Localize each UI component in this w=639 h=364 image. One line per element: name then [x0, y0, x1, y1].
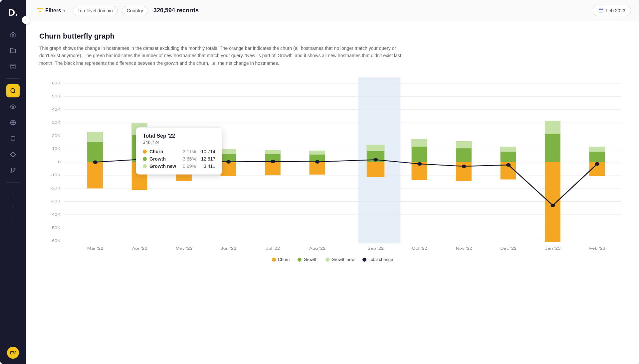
legend-growthnew: Growth new — [325, 257, 354, 262]
svg-text:-60K: -60K — [50, 239, 61, 243]
legend-churn-label: Churn — [278, 257, 290, 262]
date-picker-button[interactable]: Feb 2023 — [593, 5, 631, 16]
bar-jul-churn — [265, 162, 281, 176]
bar-mar-churn — [87, 162, 103, 188]
sidebar-group-3-expand[interactable]: › — [6, 215, 20, 225]
svg-text:20K: 20K — [52, 134, 61, 138]
svg-text:10K: 10K — [52, 147, 61, 151]
tooltip-row-growthnew: Growth new 0.99% 3,411 — [143, 164, 215, 169]
user-avatar[interactable]: EV — [7, 347, 19, 359]
filters-button[interactable]: Filters ▾ — [34, 5, 69, 16]
sidebar-item-database[interactable] — [6, 60, 20, 73]
svg-text:Dec '22: Dec '22 — [500, 246, 517, 251]
calendar-icon — [598, 7, 604, 14]
sidebar-item-globe[interactable] — [6, 116, 20, 129]
legend-churn-dot — [272, 258, 276, 262]
svg-text:-40K: -40K — [50, 212, 61, 217]
x-axis: Mar '22 Apr '22 May '22 Jun '22 Jul '22 … — [87, 246, 605, 251]
chart-svg-wrapper: 60K 50K 40K 30K 20K — [39, 77, 626, 250]
legend-growth-label: Growth — [304, 257, 318, 262]
sidebar-item-search[interactable] — [6, 84, 20, 97]
svg-text:Feb '23: Feb '23 — [589, 246, 605, 251]
svg-point-8 — [11, 171, 12, 173]
svg-rect-12 — [599, 8, 603, 12]
toolbar: Filters ▾ Top-level domain Country 320,5… — [26, 0, 639, 21]
sidebar-item-shield[interactable] — [6, 132, 20, 145]
sidebar-group-1-expand[interactable]: › — [6, 188, 20, 199]
tooltip-churn-pct: 3.11% — [179, 149, 196, 154]
svg-text:30K: 30K — [52, 120, 61, 125]
tooltip-growth-pct: 3.66% — [179, 156, 196, 162]
svg-text:Jul '22: Jul '22 — [266, 246, 280, 251]
svg-text:May '22: May '22 — [176, 246, 193, 251]
filters-icon — [37, 7, 43, 14]
date-label: Feb 2023 — [606, 8, 625, 13]
dot-jul — [271, 160, 275, 163]
legend-totalchange-label: Total change — [368, 257, 393, 262]
sidebar-item-eye[interactable] — [6, 100, 20, 113]
nav-divider-1 — [6, 78, 20, 79]
dot-oct — [417, 162, 422, 166]
svg-text:Aug '22: Aug '22 — [309, 246, 325, 251]
filters-dropdown-icon: ▾ — [63, 8, 65, 13]
chevron-right-icon: › — [25, 18, 26, 22]
growth-dot — [143, 157, 147, 161]
tooltip-growthnew-pct: 0.99% — [179, 164, 196, 169]
chart-legend: Churn Growth Growth new Total change — [39, 257, 626, 262]
sidebar-group-2-expand[interactable]: › — [6, 201, 20, 212]
bar-aug-growthnew — [310, 151, 325, 155]
legend-growthnew-dot — [325, 258, 329, 262]
filter-tag-top-level-domain[interactable]: Top-level domain — [73, 6, 118, 15]
sidebar-bottom: EV — [7, 347, 19, 359]
dot-feb — [595, 162, 599, 166]
legend-growth: Growth — [298, 257, 318, 262]
bar-jan-growthnew — [545, 121, 560, 134]
svg-text:-20K: -20K — [50, 186, 61, 190]
legend-totalchange: Total change — [362, 257, 393, 262]
sidebar-item-folders[interactable] — [6, 44, 20, 57]
svg-text:0: 0 — [58, 160, 61, 164]
chart-tooltip: Total Sep '22 346,724 Churn 3.11% -10,71… — [136, 127, 222, 175]
bar-jun-churn — [221, 162, 236, 176]
records-count: 320,594 records — [153, 7, 199, 14]
dot-nov — [462, 165, 466, 168]
svg-text:Mar '22: Mar '22 — [87, 246, 103, 251]
bar-sep-churn — [367, 162, 384, 177]
bar-aug-churn — [310, 162, 325, 175]
sidebar-item-branch[interactable] — [6, 164, 20, 177]
bar-jul-growthnew — [265, 150, 281, 154]
svg-text:-50K: -50K — [50, 225, 61, 230]
sidebar-item-diamond[interactable] — [6, 148, 20, 161]
tooltip-growthnew-label: Growth new — [149, 164, 177, 169]
nav-divider-2 — [6, 182, 20, 183]
legend-churn: Churn — [272, 257, 290, 262]
tooltip-growth-val: 12,617 — [199, 156, 215, 162]
svg-text:-30K: -30K — [50, 199, 61, 203]
sidebar-item-home[interactable] — [6, 28, 20, 41]
svg-text:-10K: -10K — [50, 173, 61, 177]
svg-text:Jan '23: Jan '23 — [545, 246, 561, 251]
tooltip-title: Total Sep '22 — [143, 133, 215, 139]
dot-dec — [506, 163, 511, 167]
bar-sep-growthnew — [367, 145, 384, 151]
svg-text:Jun '22: Jun '22 — [221, 246, 236, 251]
bar-nov-growthnew — [456, 142, 472, 149]
filters-label: Filters — [45, 8, 61, 14]
svg-marker-5 — [11, 152, 16, 157]
filter-tag-country[interactable]: Country — [122, 6, 148, 15]
sidebar-expand-button[interactable]: › — [22, 16, 30, 24]
bar-feb-growthnew — [589, 147, 605, 152]
sidebar: › D. — [0, 0, 26, 364]
app-logo[interactable]: D. — [6, 5, 20, 20]
tooltip-row-growth: Growth 3.66% 12,617 — [143, 156, 215, 162]
legend-totalchange-dot — [362, 258, 366, 262]
svg-text:40K: 40K — [52, 107, 61, 112]
dot-jun — [226, 160, 231, 164]
logo-text: D. — [8, 8, 18, 17]
bar-jun-growthnew — [221, 149, 236, 154]
bar-dec-growthnew — [501, 147, 516, 152]
bar-jan-churn — [545, 162, 560, 242]
svg-point-2 — [12, 106, 14, 108]
legend-growth-dot — [298, 258, 302, 262]
svg-text:Apr '22: Apr '22 — [132, 246, 147, 251]
